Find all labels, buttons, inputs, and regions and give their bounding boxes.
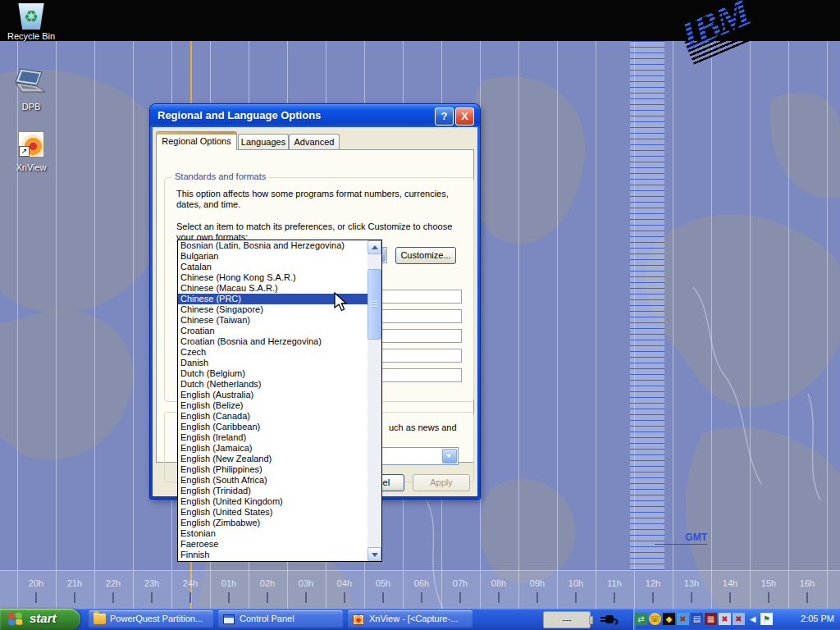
- location-text-fragment: uch as news and: [389, 422, 457, 433]
- language-option[interactable]: Dutch (Belgium): [178, 368, 368, 379]
- power-plug-icon: [599, 613, 620, 626]
- dialog-titlebar[interactable]: Regional and Language Options ? X: [150, 104, 480, 127]
- combo-dropdown-button[interactable]: [442, 449, 457, 463]
- chevron-down-icon: [446, 454, 451, 460]
- language-option[interactable]: Czech: [178, 347, 368, 358]
- control-panel-icon: [223, 614, 235, 624]
- task-label: Control Panel: [240, 614, 339, 623]
- help-button[interactable]: ?: [435, 107, 454, 126]
- language-option[interactable]: English (Ireland): [178, 432, 368, 443]
- taskbar-clock[interactable]: 2:05 PM: [801, 614, 834, 623]
- language-option[interactable]: English (Canada): [178, 411, 368, 422]
- wireless-disconnected-icon[interactable]: ✖: [733, 613, 745, 625]
- xnview-icon: ↗: [18, 131, 44, 158]
- timezone-tick: [189, 592, 191, 603]
- language-option[interactable]: English (United States): [178, 507, 368, 518]
- timezone-scale: 20h21h22h23h24h01h02h03h04h05h06h07h08h0…: [0, 570, 840, 609]
- language-option[interactable]: Croatian (Bosnia and Herzegovina): [178, 336, 368, 347]
- scroll-up-button[interactable]: [368, 240, 381, 254]
- timezone-tick: [344, 592, 345, 603]
- timezone-label: 20h: [29, 578, 43, 588]
- taskbar: start PowerQuest Partition...Control Pan…: [0, 609, 840, 630]
- desktop: GMT 20h21h22h23h24h01h02h03h04h05h06h07h…: [0, 0, 840, 630]
- language-option[interactable]: English (Philippines): [178, 464, 368, 475]
- timezone-tick: [421, 592, 422, 603]
- timezone-label: 05h: [376, 578, 390, 588]
- mouse-cursor: [334, 292, 350, 313]
- language-option[interactable]: Catalan: [178, 262, 368, 272]
- standards-select-line1: Select an item to match its preferences,…: [176, 221, 452, 232]
- timezone-label: 14h: [723, 578, 737, 588]
- network-places-icon[interactable]: ▤: [691, 613, 703, 625]
- language-option[interactable]: Faeroese: [178, 539, 368, 550]
- language-option[interactable]: Dutch (Netherlands): [178, 379, 368, 390]
- shortcut-arrow-icon: ↗: [19, 146, 30, 157]
- battery-meter[interactable]: ---: [543, 611, 591, 628]
- timezone-label: 15h: [761, 578, 776, 588]
- language-option[interactable]: Estonian: [178, 528, 368, 539]
- ime-language-icon[interactable]: ⚑: [760, 613, 773, 625]
- xnview-icon: [353, 614, 364, 625]
- desktop-icon-recycle-bin[interactable]: ♻ Recycle Bin: [0, 3, 62, 41]
- language-option[interactable]: English (Caribbean): [178, 422, 368, 432]
- taskbar-task-3[interactable]: XnView - [<Capture-...: [348, 610, 472, 628]
- antivirus-shield-icon[interactable]: ◆: [663, 613, 675, 625]
- windows-flag-icon: [7, 612, 22, 626]
- tab-languages[interactable]: Languages: [238, 134, 289, 150]
- language-option[interactable]: English (Trinidad): [178, 486, 368, 496]
- laptop-icon: [14, 67, 48, 97]
- language-option[interactable]: English (United Kingdom): [178, 496, 368, 507]
- timezone-tick: [228, 592, 230, 603]
- timezone-label: 24h: [183, 578, 198, 588]
- tray-icons: ⇄☏◆✖▤▦✖✖◀⚑: [634, 609, 774, 623]
- device-disconnected-icon[interactable]: ✖: [719, 613, 731, 625]
- timezone-tick: [614, 592, 615, 603]
- language-option[interactable]: English (Jamaica): [178, 443, 368, 454]
- agent-icon[interactable]: ☏: [649, 613, 661, 625]
- gmt-label: GMT: [655, 532, 707, 545]
- timezone-tick: [35, 592, 37, 603]
- desktop-icon-dpb[interactable]: DPB: [0, 67, 62, 112]
- language-option[interactable]: English (Zimbabwe): [178, 518, 368, 528]
- desktop-icon-xnview[interactable]: ↗ XnView: [0, 131, 62, 172]
- apply-button[interactable]: Apply: [413, 474, 470, 491]
- language-option[interactable]: Finnish: [178, 550, 368, 560]
- removable-device-icon[interactable]: ⇄: [635, 613, 647, 625]
- tab-advanced[interactable]: Advanced: [289, 134, 340, 150]
- timezone-label: 02h: [260, 578, 275, 588]
- start-button[interactable]: start: [0, 609, 80, 630]
- customize-button[interactable]: Customize...: [395, 247, 456, 264]
- gmt-meridian-band: [630, 41, 664, 571]
- taskbar-task-2[interactable]: Control Panel: [218, 610, 343, 628]
- display-adapter-icon[interactable]: ▦: [705, 613, 717, 625]
- timezone-label: 07h: [453, 578, 468, 588]
- timezone-label: 06h: [414, 578, 429, 588]
- language-option[interactable]: Croatian: [178, 326, 368, 336]
- timezone-tick: [459, 592, 461, 603]
- language-option[interactable]: Bosnian (Latin, Bosnia and Herzegovina): [178, 240, 368, 251]
- language-option[interactable]: English (South Africa): [178, 475, 368, 486]
- volume-icon[interactable]: ◀: [746, 613, 759, 625]
- language-option[interactable]: English (Belize): [178, 400, 368, 411]
- tab-regional-options[interactable]: Regional Options: [156, 131, 237, 150]
- language-option[interactable]: English (Australia): [178, 390, 368, 400]
- list-scrollbar[interactable]: [368, 240, 381, 561]
- scroll-down-button[interactable]: [368, 547, 381, 561]
- timezone-tick: [305, 592, 307, 603]
- arrow-up-icon: [372, 245, 378, 249]
- timezone-tick: [382, 592, 384, 603]
- timezone-tick: [652, 592, 654, 603]
- arrow-down-icon: [372, 553, 378, 557]
- timezone-label: 04h: [337, 578, 352, 588]
- language-option[interactable]: Bulgarian: [178, 251, 368, 262]
- taskbar-task-1[interactable]: PowerQuest Partition...: [89, 610, 213, 628]
- timezone-tick: [575, 592, 577, 603]
- language-option[interactable]: Danish: [178, 358, 368, 368]
- users-offline-icon[interactable]: ✖: [677, 613, 689, 625]
- language-option[interactable]: Chinese (Taiwan): [178, 315, 368, 326]
- language-option[interactable]: Chinese (Hong Kong S.A.R.): [178, 272, 368, 283]
- language-option[interactable]: English (New Zealand): [178, 454, 368, 464]
- recycle-bin-icon: ♻: [17, 3, 45, 30]
- scrollbar-thumb[interactable]: [368, 269, 381, 340]
- close-button[interactable]: X: [455, 107, 474, 126]
